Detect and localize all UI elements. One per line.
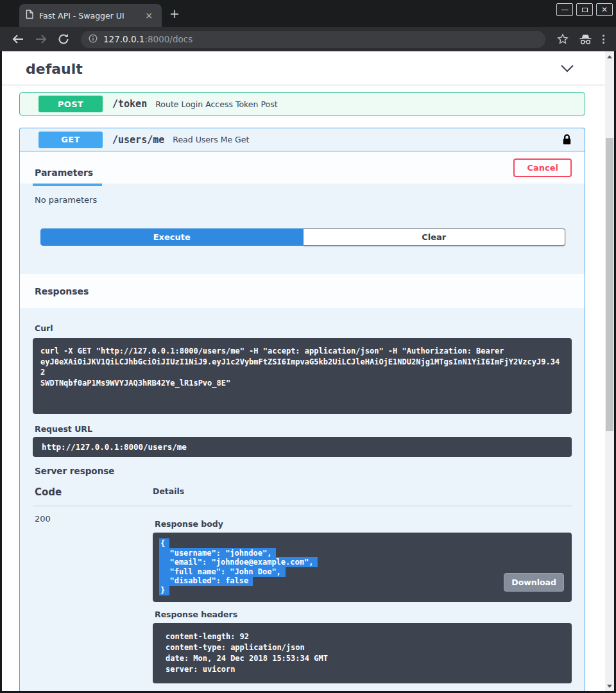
incognito-icon <box>579 34 592 45</box>
forward-icon[interactable] <box>35 33 47 45</box>
scroll-up-icon[interactable] <box>605 53 614 60</box>
server-response-label: Server response <box>33 466 572 476</box>
scrollbar-thumb[interactable] <box>606 138 613 431</box>
endpoint-path: /users/me <box>112 134 164 146</box>
method-badge-post: POST <box>38 96 103 112</box>
endpoint-path: /token <box>112 98 147 110</box>
close-button[interactable]: ✕ <box>596 3 613 16</box>
clear-button[interactable]: Clear <box>304 228 566 246</box>
url-text: 127.0.0.1:8000/docs <box>103 34 193 44</box>
tag-title: default <box>26 61 83 77</box>
new-tab-button[interactable]: + <box>169 8 180 20</box>
tag-section-header[interactable]: default <box>2 51 605 85</box>
opblock-summary[interactable]: GET /users/me Read Users Me Get <box>20 128 585 151</box>
page-scrollbar[interactable] <box>605 51 614 691</box>
browser-tab[interactable]: Fast API - Swagger UI × <box>19 4 162 27</box>
browser-menu-icon[interactable] <box>603 35 604 44</box>
curl-label: Curl <box>33 323 572 333</box>
site-info-icon[interactable] <box>89 33 98 46</box>
minimize-button[interactable]: — <box>556 3 573 16</box>
request-url-label: Request URL <box>33 424 572 434</box>
maximize-icon <box>582 8 588 12</box>
no-parameters-text: No parameters <box>33 195 572 205</box>
request-url-value: http://127.0.0.1:8000/users/me <box>33 437 572 457</box>
code-header: Code <box>33 486 153 498</box>
server-response-row: 200 Response body { "username": "johndoe… <box>33 506 572 683</box>
parameters-tab-bar: Parameters Cancel <box>20 151 585 184</box>
execute-button[interactable]: Execute <box>40 228 304 246</box>
page-content: default POST /token Route Login Access T… <box>2 51 605 691</box>
response-headers-block: content-length: 92 content-type: applica… <box>153 623 572 683</box>
bookmark-star-icon[interactable] <box>557 33 569 45</box>
chevron-down-icon[interactable] <box>560 63 574 75</box>
details-header: Details <box>153 486 572 498</box>
address-bar[interactable]: 127.0.0.1:8000/docs <box>81 31 545 48</box>
cancel-button[interactable]: Cancel <box>513 158 572 177</box>
tab-title: Fast API - Swagger UI <box>39 11 142 21</box>
execute-button-group: Execute Clear <box>40 228 565 246</box>
page-icon <box>26 10 33 22</box>
responses-section: Curl curl -X GET "http://127.0.0.1:8000/… <box>20 323 585 691</box>
opblock-get-users-me: GET /users/me Read Users Me Get Paramete… <box>19 128 585 691</box>
response-body-label: Response body <box>153 519 572 529</box>
back-icon[interactable] <box>12 33 24 45</box>
server-response-table-header: Code Details <box>33 486 572 506</box>
opblock-post-token[interactable]: POST /token Route Login Access Token Pos… <box>19 92 585 116</box>
status-code: 200 <box>33 514 153 683</box>
responses-title: Responses <box>33 286 89 296</box>
curl-command[interactable]: curl -X GET "http://127.0.0.1:8000/users… <box>33 338 572 414</box>
tab-close-icon[interactable]: × <box>142 10 155 21</box>
maximize-button[interactable] <box>576 3 593 16</box>
response-body-block[interactable]: { "username": "johndoe", "email": "johnd… <box>153 533 572 602</box>
method-badge-get: GET <box>38 132 103 148</box>
download-button[interactable]: Download <box>504 573 564 592</box>
response-headers-label: Response headers <box>153 610 572 619</box>
auth-lock-icon[interactable] <box>562 133 572 146</box>
endpoint-summary: Read Users Me Get <box>173 135 562 144</box>
scroll-down-icon[interactable] <box>605 682 614 690</box>
window-titlebar: Fast API - Swagger UI × + — ✕ <box>0 0 616 27</box>
endpoint-summary: Route Login Access Token Post <box>155 99 572 109</box>
reload-icon[interactable] <box>58 33 69 45</box>
browser-toolbar: 127.0.0.1:8000/docs <box>0 27 616 51</box>
responses-section-header: Responses <box>20 274 585 308</box>
parameters-section: No parameters Execute Clear <box>20 184 585 274</box>
tab-parameters[interactable]: Parameters <box>33 167 102 186</box>
